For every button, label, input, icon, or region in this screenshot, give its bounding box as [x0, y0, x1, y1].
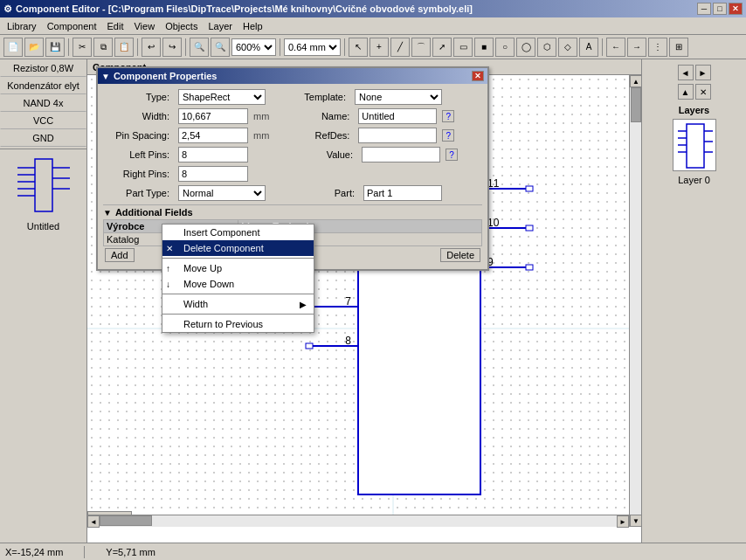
circle-tool[interactable]: ○ [495, 38, 515, 57]
additional-fields-header: ▼ Additional Fields [103, 205, 482, 219]
left-panel-item-kondenz[interactable]: Kondenzátor elyt [0, 77, 86, 94]
props-rightpins-input[interactable] [178, 166, 248, 182]
ctx-return-previous[interactable]: Return to Previous [162, 316, 314, 332]
fields-add-button[interactable]: Add [105, 248, 135, 262]
pin-right-tool[interactable]: → [627, 38, 646, 57]
diamond-tool[interactable]: ◇ [558, 38, 577, 57]
props-leftpins-input[interactable] [178, 147, 248, 162]
name-help-icon[interactable]: ? [442, 110, 454, 122]
maximize-button[interactable]: □ [713, 3, 727, 15]
ctx-move-up[interactable]: ↑ Move Up [162, 260, 314, 276]
text-tool[interactable]: A [579, 38, 598, 57]
layer-0-thumb[interactable] [673, 119, 716, 171]
zoom-select[interactable]: 600% 400% 200% 100% [231, 38, 276, 56]
left-panel-item-rezistor[interactable]: Rezistor 0,8W [0, 59, 86, 77]
redo-button[interactable]: ↪ [162, 38, 182, 57]
props-close-button[interactable]: ✕ [472, 71, 484, 81]
value-help-icon[interactable]: ? [446, 149, 458, 161]
refdes-help-icon[interactable]: ? [442, 129, 454, 142]
left-panel-item-vcc[interactable]: VCC [0, 112, 86, 129]
polygon-tool[interactable]: ⬡ [537, 38, 556, 57]
left-panel-item-nand[interactable]: NAND 4x [0, 94, 86, 112]
select-tool[interactable]: ↖ [349, 38, 368, 57]
toolbar-sep-4 [280, 38, 280, 56]
arc-tool[interactable]: ⌒ [411, 38, 431, 57]
layer-up-btn[interactable]: ▲ [678, 84, 694, 100]
vscrollbar[interactable]: ▲ ▼ [629, 75, 641, 527]
menu-help[interactable]: Help [238, 20, 268, 32]
arrow-tool[interactable]: ➚ [432, 38, 452, 57]
toolbar: 📄 📂 💾 ✂ ⧉ 📋 ↩ ↪ 🔍 🔍 600% 400% 200% 100% … [0, 35, 746, 59]
nav-right-btn[interactable]: ► [695, 65, 711, 80]
props-row-parttype: Part Type: Normal Power Part: [103, 185, 482, 201]
svg-rect-0 [35, 159, 52, 211]
additional-fields-toggle[interactable]: ▼ [103, 208, 112, 218]
props-refdes-input[interactable] [358, 128, 437, 143]
new-button[interactable]: 📄 [3, 38, 23, 57]
layer-close-btn[interactable]: ✕ [695, 84, 711, 100]
close-button[interactable]: ✕ [729, 3, 743, 15]
ctx-sep-3 [162, 314, 314, 315]
scroll-left-btn[interactable]: ◄ [87, 515, 100, 528]
scroll-right-btn[interactable]: ► [617, 515, 629, 528]
filled-rect-tool[interactable]: ■ [474, 38, 494, 57]
ctx-move-down[interactable]: ↓ Move Down [162, 276, 314, 292]
props-title-text: Component Properties [114, 71, 218, 81]
props-row-rightpins: Right Pins: [103, 166, 482, 182]
props-value-input[interactable] [362, 147, 440, 162]
scroll-thumb-h[interactable] [100, 515, 152, 526]
cut-button[interactable]: ✂ [73, 38, 92, 57]
ctx-insert-component[interactable]: Insert Component [162, 225, 314, 240]
ellipse-tool[interactable]: ◯ [516, 38, 535, 57]
grid-dots-tool[interactable]: ⋮ [648, 38, 667, 57]
menu-objects[interactable]: Objects [160, 20, 203, 32]
add-pin-tool[interactable]: + [370, 38, 389, 57]
hscrollbar[interactable]: ◄ ► [87, 515, 629, 527]
save-button[interactable]: 💾 [45, 38, 65, 57]
fields-delete-button[interactable]: Delete [440, 248, 480, 262]
ctx-width[interactable]: Width ▶ [162, 296, 314, 312]
grid-select[interactable]: 0.64 mm 0.5 mm 1 mm [284, 38, 341, 56]
scroll-thumb-v[interactable] [631, 87, 641, 122]
paste-button[interactable]: 📋 [114, 38, 134, 57]
open-button[interactable]: 📂 [24, 38, 44, 57]
pin-left-tool[interactable]: ← [606, 38, 625, 57]
line-tool[interactable]: ╱ [390, 38, 410, 57]
rect-tool[interactable]: ▭ [453, 38, 473, 57]
nav-left-btn[interactable]: ◄ [678, 65, 694, 80]
app-icon: ⚙ [3, 3, 12, 15]
copy-button[interactable]: ⧉ [93, 38, 113, 57]
props-part-input[interactable] [363, 185, 442, 201]
layer-0-label: Layer 0 [678, 175, 710, 185]
scroll-up-btn[interactable]: ▲ [630, 75, 641, 87]
svg-text:7: 7 [345, 295, 351, 308]
props-type-select[interactable]: ShapeRect [178, 89, 266, 105]
props-width-input[interactable] [178, 108, 248, 124]
props-name-label: Name: [283, 111, 353, 121]
props-parttype-label: Part Type: [103, 188, 173, 198]
props-parttype-select[interactable]: Normal Power [178, 185, 266, 201]
menu-library[interactable]: Library [2, 20, 42, 32]
scroll-down-btn[interactable]: ▼ [630, 515, 641, 527]
toolbar-sep-5 [344, 38, 345, 56]
props-rightpins-label: Right Pins: [103, 169, 173, 179]
props-width-unit: mm [253, 111, 269, 121]
menu-view[interactable]: View [128, 20, 160, 32]
menu-edit[interactable]: Edit [102, 20, 129, 32]
props-value-label: Value: [287, 149, 356, 160]
props-template-select[interactable]: None [355, 89, 442, 105]
ctx-delete-component[interactable]: ✕ Delete Component [162, 240, 314, 256]
undo-button[interactable]: ↩ [142, 38, 161, 57]
menu-component[interactable]: Component [42, 20, 102, 32]
props-pinspacing-unit: mm [253, 130, 269, 141]
toolbar-sep-2 [137, 38, 138, 56]
menu-layer[interactable]: Layer [203, 20, 238, 32]
zoom-out-button[interactable]: 🔍 [190, 38, 209, 57]
props-name-input[interactable] [358, 108, 437, 124]
snap-tool[interactable]: ⊞ [669, 38, 688, 57]
props-pinspacing-input[interactable] [178, 128, 248, 143]
minimize-button[interactable]: ─ [697, 3, 711, 15]
zoom-in-button[interactable]: 🔍 [211, 38, 230, 57]
props-template-label: Template: [280, 92, 349, 102]
left-panel-item-gnd[interactable]: GND [0, 129, 86, 147]
